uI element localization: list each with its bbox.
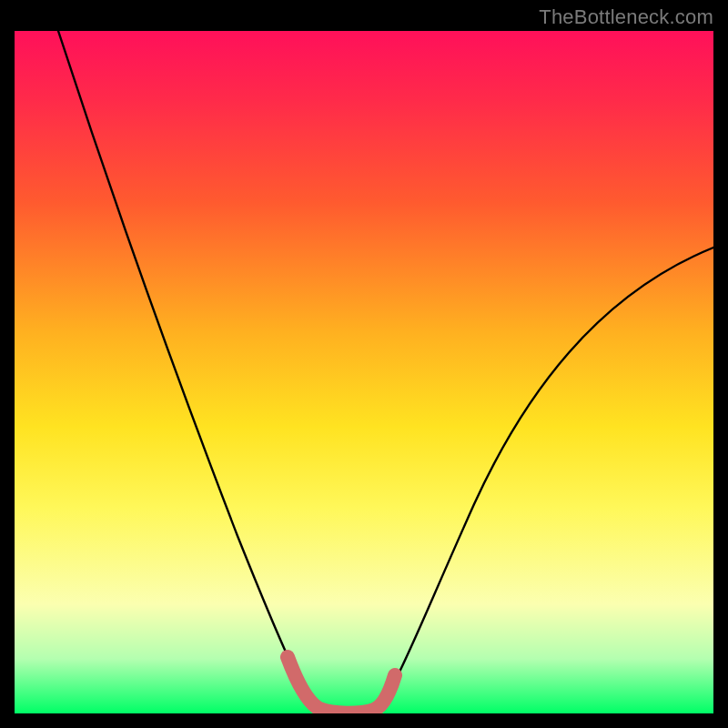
watermark-label: TheBottleneck.com bbox=[539, 5, 713, 29]
curve-layer bbox=[15, 31, 713, 713]
bottleneck-curve bbox=[58, 31, 713, 712]
chart-frame: TheBottleneck.com bbox=[0, 0, 728, 728]
optimal-band bbox=[288, 657, 395, 713]
plot-area bbox=[15, 31, 713, 713]
